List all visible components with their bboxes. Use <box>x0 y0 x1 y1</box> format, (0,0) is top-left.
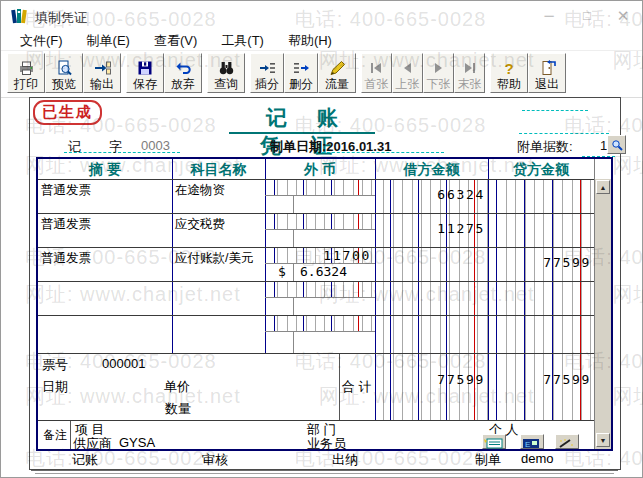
exit-door-icon <box>539 59 556 77</box>
preparer-value: demo <box>521 451 554 466</box>
first-icon <box>369 59 384 77</box>
fx-subline <box>265 331 375 332</box>
column-line <box>172 159 173 353</box>
fx-grid[interactable] <box>269 281 374 297</box>
attachment-magnifier-button[interactable] <box>607 135 626 154</box>
scrollbar-track[interactable] <box>595 179 611 449</box>
rate-divider <box>293 331 294 353</box>
row-line <box>38 213 611 214</box>
header-foreign-currency: 外 币 <box>265 159 375 179</box>
minimize-button[interactable]: ─ <box>536 7 562 25</box>
wand-icon[interactable] <box>555 434 579 449</box>
total-label: 合 计 <box>342 378 372 396</box>
save-button[interactable]: 保存 <box>126 53 164 93</box>
undo-icon <box>175 59 192 77</box>
exchange-rate[interactable]: 6.6324 <box>300 264 347 279</box>
credit-total: 77599 <box>543 372 591 387</box>
remark-label: 备注 <box>43 427 67 444</box>
first-voucher-button[interactable]: 首张 <box>361 53 392 93</box>
preparer-label: 制单 <box>475 451 501 469</box>
card-icon[interactable]: E <box>520 434 544 449</box>
printer-icon <box>18 59 35 77</box>
debit-amount: 66324 <box>437 187 485 202</box>
generated-stamp: 已生成 <box>33 100 102 125</box>
cashflow-button[interactable]: 流量 <box>318 53 356 93</box>
menu-help[interactable]: 帮助(H) <box>277 30 343 52</box>
scroll-up-button[interactable]: ▲ <box>596 180 610 194</box>
insert-row-icon <box>259 59 276 77</box>
quantity-label: 数量 <box>165 400 191 418</box>
account-cell[interactable]: 在途物资 <box>175 182 225 199</box>
header-summary: 摘 要 <box>38 159 172 179</box>
summary-cell[interactable]: 普通发票 <box>41 216 91 233</box>
paper-stack-line <box>35 473 614 474</box>
row-line <box>38 247 611 248</box>
menu-view[interactable]: 查看(V) <box>143 30 208 52</box>
toolbar: 打印 预览 输出 保存 放弃 <box>1 51 642 98</box>
voucher-paper: 已生成 记 账 凭 证 记 字 0003 制单日期:2016.01.31 附单据… <box>29 97 621 470</box>
export-icon <box>94 59 111 77</box>
account-cell[interactable]: 应交税费 <box>175 216 225 233</box>
summary-cell[interactable]: 普通发票 <box>41 250 91 267</box>
note-icon[interactable] <box>482 434 506 449</box>
rate-divider <box>293 195 294 213</box>
next-voucher-button[interactable]: 下张 <box>423 53 454 93</box>
title-bar: 填制凭证 ─ □ ✕ <box>1 1 642 31</box>
row-line <box>38 281 611 282</box>
currency-symbol: $ <box>278 264 286 279</box>
debit-amount-grid[interactable]: 66324 11275 77599 <box>375 179 488 420</box>
attachments-label: 附单据数: <box>517 138 573 156</box>
window-title: 填制凭证 <box>35 9 87 27</box>
fx-grid[interactable] <box>269 213 374 229</box>
exit-button[interactable]: 退出 <box>528 53 566 93</box>
unit-price-label: 单价 <box>164 378 190 396</box>
export-button[interactable]: 输出 <box>83 53 121 93</box>
account-cell[interactable]: 应付账款/美元 <box>175 250 253 267</box>
fx-grid[interactable] <box>269 315 374 331</box>
bookkeeper-label: 记账 <box>72 451 98 469</box>
delete-row-icon <box>293 59 310 77</box>
svg-text:E: E <box>525 440 530 449</box>
supplier-value[interactable]: GYSA <box>119 435 155 450</box>
debit-total: 77599 <box>437 372 485 387</box>
cashier-label: 出纳 <box>332 451 358 469</box>
ticket-number[interactable]: 000001 <box>102 356 145 371</box>
query-button[interactable]: 查询 <box>207 53 245 93</box>
rate-divider <box>293 263 294 281</box>
credit-amount: 77599 <box>543 255 591 270</box>
preview-button[interactable]: 预览 <box>45 53 83 93</box>
discard-button[interactable]: 放弃 <box>164 53 202 93</box>
rate-divider <box>293 297 294 315</box>
credit-amount-grid[interactable]: 77599 77599 <box>488 179 594 420</box>
summary-cell[interactable]: 普通发票 <box>41 182 91 199</box>
last-voucher-button[interactable]: 末张 <box>454 53 485 93</box>
dashed-line <box>519 133 609 134</box>
menu-make[interactable]: 制单(E) <box>76 30 141 52</box>
ticket-label: 票号 <box>42 356 68 374</box>
preview-icon <box>56 59 73 77</box>
insert-entry-button[interactable]: 插分 <box>250 53 284 93</box>
binoculars-icon <box>218 59 235 77</box>
prev-voucher-button[interactable]: 上张 <box>392 53 423 93</box>
help-button[interactable]: ? 帮助 <box>490 53 528 93</box>
menu-file[interactable]: 文件(F) <box>9 30 74 52</box>
column-line <box>265 159 266 353</box>
rate-divider <box>293 229 294 247</box>
maximize-button[interactable]: □ <box>574 7 600 25</box>
next-icon <box>431 59 446 77</box>
menu-tools[interactable]: 工具(T) <box>210 30 275 52</box>
print-button[interactable]: 打印 <box>7 53 45 93</box>
fx-subline <box>265 297 375 298</box>
delete-entry-button[interactable]: 删分 <box>284 53 318 93</box>
close-button[interactable]: ✕ <box>610 7 636 25</box>
fx-grid[interactable]: 11700 <box>269 247 374 263</box>
voucher-window: 填制凭证 ─ □ ✕ 文件(F) 制单(E) 查看(V) 工具(T) 帮助(H)… <box>0 0 643 478</box>
scroll-down-button[interactable]: ▼ <box>596 433 610 447</box>
prev-icon <box>400 59 415 77</box>
table-scrollbar[interactable]: ▲ ▼ <box>594 159 611 449</box>
dashed-line <box>522 110 588 111</box>
row-line <box>38 179 611 180</box>
fx-grid[interactable] <box>269 179 374 195</box>
header-credit: 贷方金额 <box>488 159 594 179</box>
question-icon: ? <box>504 59 513 77</box>
